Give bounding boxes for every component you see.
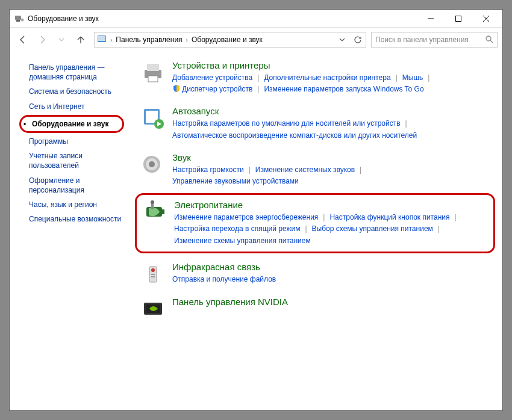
svg-point-9 xyxy=(486,36,491,41)
category-sound: ЗвукНастройка громкости|Изменение систем… xyxy=(141,152,489,187)
printer-icon xyxy=(141,60,165,84)
category-title[interactable]: Панель управления NVIDIA xyxy=(172,297,489,307)
content-area: Панель управления — домашняя страница Си… xyxy=(10,52,502,410)
task-link[interactable]: Добавление устройства xyxy=(172,72,252,84)
sound-icon xyxy=(141,152,165,176)
category-autoplay: АвтозапускНастройка параметров по умолча… xyxy=(141,106,489,141)
task-link[interactable]: Изменение системных звуков xyxy=(255,164,355,176)
address-bar[interactable]: › Панель управления › Оборудование и зву… xyxy=(94,32,366,48)
hardware-sound-icon xyxy=(14,14,24,23)
main-panel: Устройства и принтерыДобавление устройст… xyxy=(130,52,502,410)
sidebar-item-network[interactable]: Сеть и Интернет xyxy=(18,99,130,114)
sidebar: Панель управления — домашняя страница Си… xyxy=(10,52,130,410)
svg-rect-4 xyxy=(456,16,461,21)
category-infrared: Инфракрасная связьОтправка и получение ф… xyxy=(141,262,489,286)
sidebar-item-programs[interactable]: Программы xyxy=(18,134,130,149)
task-link[interactable]: Настройка функций кнопок питания xyxy=(329,212,449,223)
separator: | xyxy=(401,118,412,129)
power-highlight: ЭлектропитаниеИзменение параметров энерг… xyxy=(135,193,495,253)
address-dropdown[interactable] xyxy=(336,33,349,46)
task-link[interactable]: Управление звуковыми устройствами xyxy=(172,176,299,187)
window-title: Оборудование и звук xyxy=(28,14,99,23)
svg-rect-13 xyxy=(148,76,158,82)
task-link[interactable]: Мышь xyxy=(402,72,423,84)
category-links: Настройка параметров по умолчанию для но… xyxy=(172,118,489,141)
task-link[interactable]: Изменение параметров энергосбережения xyxy=(174,212,318,223)
window-controls xyxy=(417,10,500,28)
up-button[interactable] xyxy=(72,31,89,48)
toolbar: › Панель управления › Оборудование и зву… xyxy=(10,28,502,52)
category-title[interactable]: Электропитание xyxy=(174,200,487,210)
task-link[interactable]: Диспетчер устройств xyxy=(172,84,252,95)
separator: | xyxy=(355,164,366,176)
autoplay-icon xyxy=(141,106,165,130)
separator: | xyxy=(318,212,329,223)
search-icon xyxy=(485,35,493,45)
svg-rect-26 xyxy=(151,274,155,275)
search-input[interactable] xyxy=(375,36,481,44)
task-link[interactable]: Настройка громкости xyxy=(172,164,244,176)
sidebar-item-appearance[interactable]: Оформление и персонализация xyxy=(18,173,130,197)
task-link[interactable]: Отправка и получение файлов xyxy=(172,274,276,285)
close-button[interactable] xyxy=(472,10,500,28)
separator: | xyxy=(300,223,311,235)
task-link[interactable]: Настройка параметров по умолчанию для но… xyxy=(172,118,401,129)
category-title[interactable]: Автозапуск xyxy=(172,106,489,116)
sidebar-item-accessibility[interactable]: Специальные возможности xyxy=(18,212,130,226)
category-title[interactable]: Устройства и принтеры xyxy=(172,60,489,70)
sidebar-item-home[interactable]: Панель управления — домашняя страница xyxy=(18,60,130,84)
recent-dropdown[interactable] xyxy=(53,31,70,48)
window: Оборудование и звук › Панель управления … xyxy=(9,9,503,411)
task-link[interactable]: Автоматическое воспроизведение компакт-д… xyxy=(172,130,417,141)
svg-point-25 xyxy=(151,268,155,272)
svg-rect-0 xyxy=(15,16,21,20)
separator: | xyxy=(244,164,255,176)
back-button[interactable] xyxy=(14,31,31,48)
control-panel-icon xyxy=(97,34,107,46)
breadcrumb-current[interactable]: Оборудование и звук xyxy=(192,36,263,44)
svg-rect-12 xyxy=(147,64,159,71)
category-title[interactable]: Инфракрасная связь xyxy=(172,262,489,272)
sidebar-item-system-security[interactable]: Система и безопасность xyxy=(18,84,130,99)
task-link[interactable]: Выбор схемы управления питанием xyxy=(312,223,433,235)
separator: | xyxy=(252,72,264,84)
forward-button[interactable] xyxy=(34,31,51,48)
search-box[interactable] xyxy=(371,32,498,48)
task-link[interactable]: Изменение схемы управления питанием xyxy=(174,235,311,247)
category-links: Отправка и получение файлов xyxy=(172,274,489,285)
svg-rect-8 xyxy=(98,36,105,41)
svg-point-19 xyxy=(149,161,155,167)
sidebar-highlight: Оборудование и звук xyxy=(19,115,124,133)
category-links: Настройка громкости|Изменение системных … xyxy=(172,164,489,187)
svg-line-10 xyxy=(490,40,493,43)
separator: | xyxy=(423,72,434,84)
titlebar: Оборудование и звук xyxy=(10,10,502,28)
svg-rect-27 xyxy=(151,276,155,277)
shield-icon xyxy=(172,84,181,93)
separator: | xyxy=(252,84,264,95)
refresh-button[interactable] xyxy=(351,33,364,46)
chevron-right-icon: › xyxy=(110,37,112,43)
svg-point-23 xyxy=(151,200,154,204)
task-link[interactable]: Изменение параметров запуска Windows To … xyxy=(264,84,423,95)
separator: | xyxy=(433,223,445,235)
breadcrumb-root[interactable]: Панель управления xyxy=(116,36,182,44)
nvidia-icon xyxy=(141,297,165,321)
chevron-right-icon: › xyxy=(186,37,188,43)
sidebar-item-hardware-sound[interactable]: Оборудование и звук xyxy=(21,117,122,131)
category-links: Изменение параметров энергосбережения|На… xyxy=(174,212,487,247)
sidebar-item-user-accounts[interactable]: Учетные записи пользователей xyxy=(18,149,130,173)
minimize-button[interactable] xyxy=(417,10,445,28)
task-link[interactable]: Настройка перехода в спящий режим xyxy=(174,223,300,235)
maximize-button[interactable] xyxy=(445,10,472,28)
category-power: ЭлектропитаниеИзменение параметров энерг… xyxy=(143,200,487,247)
svg-rect-1 xyxy=(16,20,20,22)
separator: | xyxy=(391,72,402,84)
sidebar-item-clock-region[interactable]: Часы, язык и регион xyxy=(18,197,130,212)
category-title[interactable]: Звук xyxy=(172,152,489,162)
category-links: Добавление устройства|Дополнительные нас… xyxy=(172,72,489,95)
task-link[interactable]: Дополнительные настройки принтера xyxy=(264,72,390,84)
separator: | xyxy=(449,212,461,223)
power-icon xyxy=(143,200,167,224)
category-nvidia: Панель управления NVIDIA xyxy=(141,297,489,321)
